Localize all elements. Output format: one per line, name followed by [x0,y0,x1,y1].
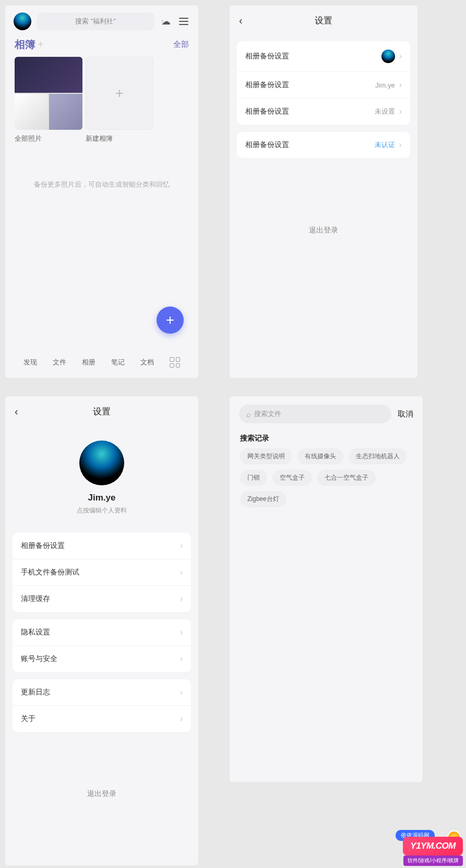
album-screen: 搜索 "福利社" 相簿+ 全部 全部照片 + 新建相簿 备份更多照片后，可自动生… [5,5,198,378]
settings-group: 更新日志› 关于› [13,679,191,732]
settings-detail-screen: ‹ 设置 相册备份设置 › 相册备份设置 Jim.ye› 相册备份设置 未设置›… [230,5,417,378]
setting-row-backup-avatar[interactable]: 相册备份设置 › [237,41,410,72]
search-input[interactable]: 搜索 "福利社" [37,13,154,30]
row-value: › [381,50,402,63]
row-label: 手机文件备份测试 [21,568,79,577]
row-label: 更新日志 [21,688,50,697]
chevron-right-icon: › [180,541,183,551]
album-label: 全部照片 [15,134,82,143]
setting-row-backup-user[interactable]: 相册备份设置 Jim.ye› [237,72,410,99]
chip-item[interactable]: 门锁 [240,470,267,486]
profile-name: Jim.ye [5,493,198,503]
section-header: 相簿+ 全部 [5,38,198,57]
setting-row-about[interactable]: 关于› [13,706,191,732]
avatar [79,441,124,485]
section-title: 相簿+ [15,38,44,52]
chip-item[interactable]: 网关类型说明 [240,448,292,464]
page-title: 设置 [5,406,198,418]
settings-group: 隐私设置› 账号与安全› [13,619,191,672]
album-all-photos[interactable]: 全部照片 [15,57,82,143]
album-label: 新建相簿 [86,134,153,143]
chevron-right-icon: › [180,654,183,664]
setting-row-backup-verify[interactable]: 相册备份设置 未认证› [237,132,410,158]
header: ‹ 设置 [5,396,198,425]
album-thumbnail [15,57,82,130]
page-title: 设置 [230,15,417,27]
menu-icon[interactable] [177,15,190,28]
settings-group: 相册备份设置› 手机文件备份测试› 清理缓存› [13,533,191,612]
chevron-right-icon: › [180,628,183,637]
chevron-right-icon: › [399,80,402,90]
profile-block[interactable]: Jim.ye 点按编辑个人资料 [5,425,198,525]
chevron-right-icon: › [399,52,402,61]
setting-row-backup[interactable]: 相册备份设置› [13,533,191,559]
tab-notes[interactable]: 笔记 [111,358,125,367]
profile-subtitle: 点按编辑个人资料 [5,506,198,515]
logout-button[interactable]: 退出登录 [230,210,417,251]
tab-files[interactable]: 文件 [53,358,66,367]
chip-item[interactable]: 有线摄像头 [297,448,343,464]
tab-albums[interactable]: 相册 [82,358,95,367]
chevron-right-icon: › [180,688,183,697]
row-value: 未认证› [375,140,402,150]
fab-add-button[interactable]: + [157,307,184,334]
setting-row-clear-cache[interactable]: 清理缓存› [13,586,191,612]
album-new[interactable]: + 新建相簿 [86,57,153,143]
row-label: 账号与安全 [21,654,57,664]
row-value: 未设置› [375,107,402,116]
search-header: 搜索文件 取消 [230,396,423,432]
row-label: 相册备份设置 [245,80,289,90]
backup-hint: 备份更多照片后，可自动生成智能分类和回忆 [5,180,198,189]
tab-discover[interactable]: 发现 [23,358,37,367]
cloud-upload-icon[interactable] [160,15,172,28]
setting-row-changelog[interactable]: 更新日志› [13,679,191,706]
search-icon [246,410,251,419]
row-label: 相册备份设置 [245,140,289,150]
watermark-badge-icon [447,830,461,844]
search-screen: 搜索文件 取消 搜索记录 网关类型说明 有线摄像头 生态扫地机器人 门锁 空气盒… [230,396,423,782]
settings-group: 相册备份设置 › 相册备份设置 Jim.ye› 相册备份设置 未设置› [237,41,410,125]
row-label: 相册备份设置 [21,541,65,551]
row-label: 清理缓存 [21,594,50,604]
cancel-button[interactable]: 取消 [398,409,413,419]
row-value: Jim.ye› [375,80,402,90]
chevron-right-icon: › [180,568,183,577]
row-label: 相册备份设置 [245,107,289,116]
avatar-icon [381,50,395,63]
settings-group: 相册备份设置 未认证› [237,132,410,158]
watermark-top: 依依源码网 [396,830,435,841]
chip-item[interactable]: 空气盒子 [272,470,312,486]
setting-row-file-backup[interactable]: 手机文件备份测试› [13,559,191,586]
chevron-right-icon: › [399,140,402,150]
chip-item[interactable]: 生态扫地机器人 [349,448,407,464]
logout-button[interactable]: 退出登录 [5,774,198,814]
header: ‹ 设置 [230,5,417,34]
header: 搜索 "福利社" [5,5,198,38]
view-all-link[interactable]: 全部 [173,40,189,50]
row-label: 关于 [21,714,35,724]
setting-row-privacy[interactable]: 隐私设置› [13,619,191,646]
chevron-right-icon: › [180,594,183,604]
watermark-main: Y1YM.COM [403,837,463,855]
chip-item[interactable]: 七合一空气盒子 [317,470,376,486]
add-icon: + [86,57,153,130]
setting-row-account[interactable]: 账号与安全› [13,646,191,672]
tab-docs[interactable]: 文档 [140,358,154,367]
avatar[interactable] [14,13,31,30]
watermark-sub: 软件/游戏/小程序/棋牌 [403,855,463,866]
history-chips: 网关类型说明 有线摄像头 生态扫地机器人 门锁 空气盒子 七合一空气盒子 Zig… [230,448,423,507]
row-label: 相册备份设置 [245,52,289,61]
chip-item[interactable]: Zigbee台灯 [240,491,286,507]
grid-icon[interactable] [170,357,180,368]
watermark: 依依源码网 Y1YM.COM 软件/游戏/小程序/棋牌 [356,832,466,868]
tab-bar: 发现 文件 相册 笔记 文档 [5,347,198,378]
chevron-right-icon: › [399,107,402,116]
setting-row-backup-unset[interactable]: 相册备份设置 未设置› [237,99,410,125]
album-grid: 全部照片 + 新建相簿 [5,57,198,143]
history-title: 搜索记录 [230,432,423,448]
plus-icon[interactable]: + [38,39,44,50]
chevron-right-icon: › [180,714,183,724]
row-label: 隐私设置 [21,628,50,637]
settings-profile-screen: ‹ 设置 Jim.ye 点按编辑个人资料 相册备份设置› 手机文件备份测试› 清… [5,396,198,865]
search-input[interactable]: 搜索文件 [239,405,391,423]
